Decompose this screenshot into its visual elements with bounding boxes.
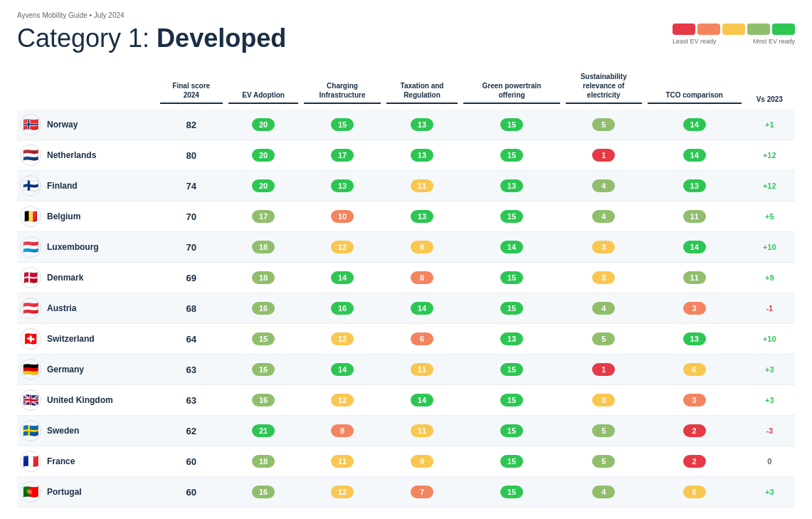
cell-sustainability: 5 (563, 416, 645, 446)
final-score: 68 (157, 293, 226, 324)
legend-color-block (722, 23, 745, 35)
legend-labels: Least EV ready Most EV ready (673, 38, 795, 45)
country-name: Austria (44, 293, 157, 324)
cell-taxation: 9 (384, 232, 461, 263)
flag-cell: 🇧🇪 (17, 201, 44, 232)
score-pill: 16 (252, 394, 275, 407)
legend-color-block (747, 23, 770, 35)
score-pill: 3 (592, 394, 615, 407)
country-name: Germany (44, 355, 157, 385)
vs2023-cell: +10 (744, 324, 795, 355)
score-pill: 8 (331, 424, 354, 437)
final-score: 62 (157, 416, 226, 446)
cell-taxation: 11 (384, 416, 461, 446)
score-pill: 6 (683, 486, 706, 498)
cell-ev_adoption: 18 (226, 446, 302, 477)
flag-cell: 🇨🇭 (17, 324, 44, 355)
score-pill: 13 (683, 179, 706, 192)
cell-sustainability: 4 (563, 293, 645, 324)
score-pill: 15 (252, 332, 275, 345)
col-header-ev_adoption: EV Adoption (226, 72, 302, 110)
flag-icon: 🇦🇹 (20, 298, 41, 319)
cell-green_powertrain: 15 (460, 355, 562, 385)
cell-sustainability: 4 (563, 477, 645, 508)
cell-green_powertrain: 13 (460, 324, 562, 355)
final-score: 64 (157, 324, 226, 355)
cell-tco: 13 (645, 171, 744, 201)
cell-ev_adoption: 15 (226, 324, 302, 355)
score-pill: 16 (331, 302, 354, 315)
cell-tco: 2 (645, 446, 744, 477)
score-pill: 14 (683, 241, 706, 253)
final-score: 80 (157, 140, 226, 171)
table-row: 🇩🇰Denmark691814815311+9 (17, 263, 795, 293)
score-pill: 14 (331, 363, 354, 376)
score-pill: 1 (592, 149, 615, 162)
cell-charging: 15 (301, 110, 383, 140)
score-pill: 12 (331, 486, 354, 498)
flag-icon: 🇩🇪 (20, 359, 41, 380)
vs2023-cell: +3 (744, 355, 795, 385)
legend-bar (673, 23, 795, 35)
table-row: 🇳🇴Norway8220151315514+1 (17, 110, 795, 140)
cell-tco: 2 (645, 416, 744, 446)
score-pill: 11 (683, 271, 706, 284)
table-row: 🇬🇧United Kingdom631612141533+3 (17, 385, 795, 416)
score-pill: 18 (252, 271, 275, 284)
score-pill: 13 (500, 179, 523, 192)
score-pill: 13 (500, 332, 523, 345)
flag-icon: 🇫🇷 (20, 451, 41, 472)
cell-green_powertrain: 15 (460, 110, 562, 140)
cell-tco: 3 (645, 385, 744, 416)
score-pill: 4 (592, 179, 615, 192)
cell-sustainability: 3 (563, 232, 645, 263)
cell-taxation: 13 (384, 140, 461, 171)
cell-green_powertrain: 13 (460, 171, 562, 201)
cell-tco: 14 (645, 140, 744, 171)
cell-tco: 14 (645, 110, 744, 140)
cell-taxation: 13 (384, 201, 461, 232)
score-pill: 15 (500, 486, 523, 498)
score-pill: 17 (252, 210, 275, 223)
cell-sustainability: 3 (563, 385, 645, 416)
final-score: 60 (157, 446, 226, 477)
legend-color-block (772, 23, 795, 35)
table-row: 🇩🇪Germany631614111516+3 (17, 355, 795, 385)
score-pill: 11 (331, 455, 354, 468)
flag-icon: 🇨🇭 (20, 328, 41, 350)
score-pill: 14 (500, 241, 523, 253)
flag-cell: 🇱🇺 (17, 232, 44, 263)
score-pill: 14 (411, 302, 433, 315)
score-pill: 5 (592, 332, 615, 345)
flag-cell: 🇳🇱 (17, 140, 44, 171)
cell-green_powertrain: 14 (460, 232, 562, 263)
legend-label-left: Least EV ready (673, 38, 717, 45)
vs2023-cell: +9 (744, 263, 795, 293)
score-pill: 3 (683, 394, 706, 407)
score-pill: 18 (252, 455, 275, 468)
cell-charging: 12 (301, 324, 383, 355)
cell-charging: 12 (301, 477, 383, 508)
country-name: Finland (44, 171, 157, 201)
cell-charging: 12 (301, 232, 383, 263)
score-pill: 15 (500, 302, 523, 315)
score-pill: 2 (683, 424, 706, 437)
flag-cell: 🇦🇹 (17, 293, 44, 324)
score-pill: 18 (252, 241, 275, 253)
score-pill: 16 (252, 486, 275, 498)
score-pill: 20 (252, 179, 275, 192)
score-pill: 3 (592, 241, 615, 253)
vs2023-cell: +3 (744, 385, 795, 416)
score-pill: 13 (411, 210, 433, 223)
score-pill: 3 (683, 302, 706, 315)
final-score: 60 (157, 477, 226, 508)
score-pill: 3 (592, 271, 615, 284)
cell-tco: 11 (645, 263, 744, 293)
cell-charging: 16 (301, 293, 383, 324)
flag-icon: 🇬🇧 (20, 389, 41, 411)
table-row: 🇫🇷France601811915520 (17, 446, 795, 477)
flag-cell: 🇬🇧 (17, 385, 44, 416)
cell-sustainability: 5 (563, 324, 645, 355)
col-header-taxation: Taxation andRegulation (384, 72, 461, 110)
score-pill: 15 (500, 394, 523, 407)
